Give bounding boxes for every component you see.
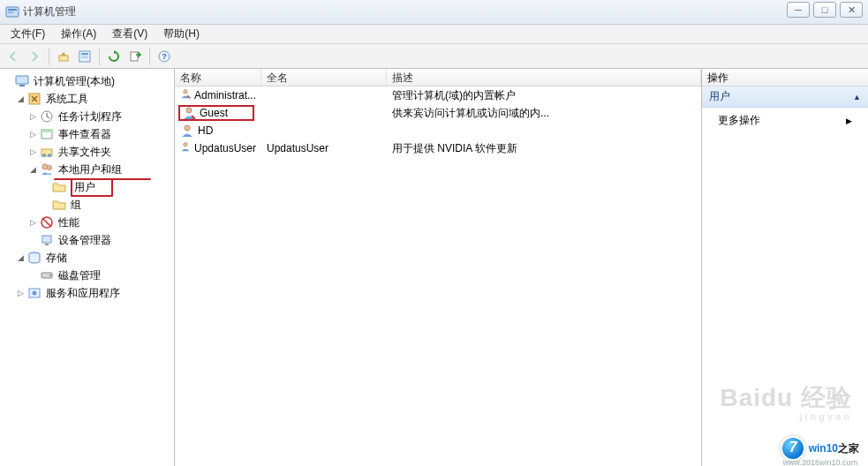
- list-row[interactable]: Administrat... 管理计算机(域)的内置帐户: [175, 86, 701, 104]
- tree-groups[interactable]: ▸ 组: [41, 196, 172, 214]
- actions-category[interactable]: 用户 ▲: [702, 86, 868, 108]
- menu-help[interactable]: 帮助(H): [156, 25, 207, 43]
- svg-point-18: [42, 154, 46, 157]
- computer-icon: [15, 74, 29, 88]
- tree-performance[interactable]: ▷ 性能: [28, 214, 172, 231]
- event-icon: [40, 127, 54, 141]
- list-pane: 名称 全名 描述 Administrat... 管理计算机(域)的内置帐户 Gu…: [175, 69, 702, 466]
- tree-pane[interactable]: ▸ 计算机管理(本地) ◢ 系统工具 ▷: [0, 69, 175, 466]
- svg-rect-7: [81, 57, 88, 58]
- list-row-guest[interactable]: Guest 供来宾访问计算机或访问域的内...: [175, 104, 701, 122]
- expand-icon[interactable]: ▷: [28, 130, 38, 139]
- toolbar-separator: [49, 48, 49, 65]
- menu-file[interactable]: 文件(F): [4, 25, 52, 43]
- svg-point-33: [184, 142, 187, 146]
- list-row[interactable]: HD: [175, 122, 701, 139]
- menu-view[interactable]: 查看(V): [105, 25, 155, 43]
- forward-button[interactable]: [25, 47, 44, 66]
- expand-icon[interactable]: ▷: [28, 112, 38, 122]
- tree-device-manager[interactable]: ▸ 设备管理器: [28, 231, 172, 249]
- main-area: ▸ 计算机管理(本地) ◢ 系统工具 ▷: [0, 69, 868, 466]
- column-name[interactable]: 名称: [175, 69, 261, 86]
- tree-users[interactable]: ▸ 用户: [41, 178, 172, 196]
- logo-text: win10之家: [809, 441, 859, 456]
- clock-icon: [40, 109, 54, 124]
- collapse-icon[interactable]: ◢: [28, 165, 38, 175]
- collapse-icon[interactable]: ◢: [16, 94, 26, 104]
- user-icon: [180, 141, 191, 155]
- svg-rect-24: [45, 244, 49, 245]
- column-description[interactable]: 描述: [387, 69, 701, 86]
- list-body[interactable]: Administrat... 管理计算机(域)的内置帐户 Guest 供来宾访问…: [175, 86, 701, 466]
- action-more-label: 更多操作: [718, 113, 760, 128]
- actions-category-label: 用户: [709, 89, 730, 104]
- refresh-button[interactable]: [104, 47, 124, 66]
- user-icon: [180, 88, 191, 102]
- tree-services-apps[interactable]: ▷ 服务和应用程序: [16, 284, 172, 302]
- svg-rect-3: [59, 56, 68, 61]
- tree-groups-label: 组: [68, 197, 84, 214]
- expand-icon[interactable]: ▷: [16, 289, 26, 298]
- submenu-arrow-icon: ▶: [846, 116, 852, 125]
- svg-point-31: [186, 108, 192, 113]
- tree-shared-folders-label: 共享文件夹: [56, 144, 114, 161]
- tree-shared-folders[interactable]: ▷ 共享文件夹: [28, 143, 172, 161]
- svg-text:?: ?: [162, 52, 167, 61]
- tree-task-scheduler[interactable]: ▷ 任务计划程序: [28, 108, 172, 125]
- maximize-button[interactable]: □: [813, 2, 836, 18]
- svg-rect-23: [42, 236, 51, 243]
- user-name: UpdatusUser: [194, 142, 256, 154]
- tree-event-viewer[interactable]: ▷ 事件查看器: [28, 125, 172, 143]
- expand-icon[interactable]: ▷: [28, 147, 38, 157]
- actions-header: 操作: [702, 69, 868, 86]
- share-icon: [40, 145, 54, 159]
- tree-storage[interactable]: ◢ 存储: [16, 249, 172, 267]
- svg-rect-16: [42, 130, 52, 132]
- tree-root-label: 计算机管理(本地): [31, 73, 117, 90]
- list-row[interactable]: UpdatusUser UpdatusUser 用于提供 NVIDIA 软件更新: [175, 139, 701, 157]
- services-icon: [27, 286, 42, 300]
- action-more[interactable]: 更多操作 ▶: [702, 108, 868, 133]
- actions-pane: 操作 用户 ▲ 更多操作 ▶: [702, 69, 868, 466]
- tree-system-tools[interactable]: ◢ 系统工具: [16, 90, 172, 108]
- user-name: HD: [198, 124, 213, 137]
- user-description: 用于提供 NVIDIA 软件更新: [387, 141, 701, 156]
- column-fullname[interactable]: 全名: [261, 69, 387, 86]
- up-button[interactable]: [54, 47, 73, 66]
- help-button[interactable]: ?: [155, 47, 174, 66]
- title-bar: 计算机管理 ─ □ ✕: [0, 0, 868, 25]
- minimize-button[interactable]: ─: [787, 2, 810, 18]
- svg-rect-12: [19, 85, 25, 86]
- svg-point-20: [42, 164, 48, 169]
- device-icon: [40, 233, 54, 247]
- tree-users-label: 用户: [68, 177, 116, 198]
- user-icon: [180, 124, 194, 138]
- svg-rect-1: [8, 9, 17, 11]
- tree-storage-label: 存储: [43, 250, 70, 267]
- storage-icon: [27, 251, 42, 265]
- svg-rect-8: [131, 52, 138, 61]
- user-fullname: UpdatusUser: [261, 142, 387, 154]
- corner-logo: win10之家: [781, 436, 859, 461]
- menu-action[interactable]: 操作(A): [54, 25, 103, 43]
- expand-icon[interactable]: ▷: [28, 218, 38, 228]
- svg-rect-6: [81, 56, 88, 56]
- user-description: 供来宾访问计算机或访问域的内...: [387, 106, 701, 121]
- back-button[interactable]: [4, 47, 23, 66]
- toolbar: ?: [0, 44, 868, 69]
- export-button[interactable]: [125, 47, 145, 66]
- tree-task-scheduler-label: 任务计划程序: [56, 109, 125, 125]
- tree-local-users[interactable]: ◢ 本地用户和组: [28, 161, 172, 178]
- tree-event-viewer-label: 事件查看器: [56, 126, 114, 143]
- svg-point-19: [48, 154, 51, 157]
- tree-root[interactable]: ▸ 计算机管理(本地): [4, 72, 172, 90]
- menu-bar: 文件(F) 操作(A) 查看(V) 帮助(H): [0, 25, 868, 44]
- properties-button[interactable]: [75, 47, 94, 66]
- collapse-icon[interactable]: ◢: [16, 253, 26, 263]
- close-button[interactable]: ✕: [840, 2, 863, 18]
- collapse-icon: ▲: [853, 93, 861, 101]
- toolbar-separator: [99, 48, 100, 65]
- app-icon: [5, 5, 19, 19]
- svg-rect-2: [8, 11, 13, 13]
- tree-disk-management[interactable]: ▸ 磁盘管理: [28, 267, 172, 284]
